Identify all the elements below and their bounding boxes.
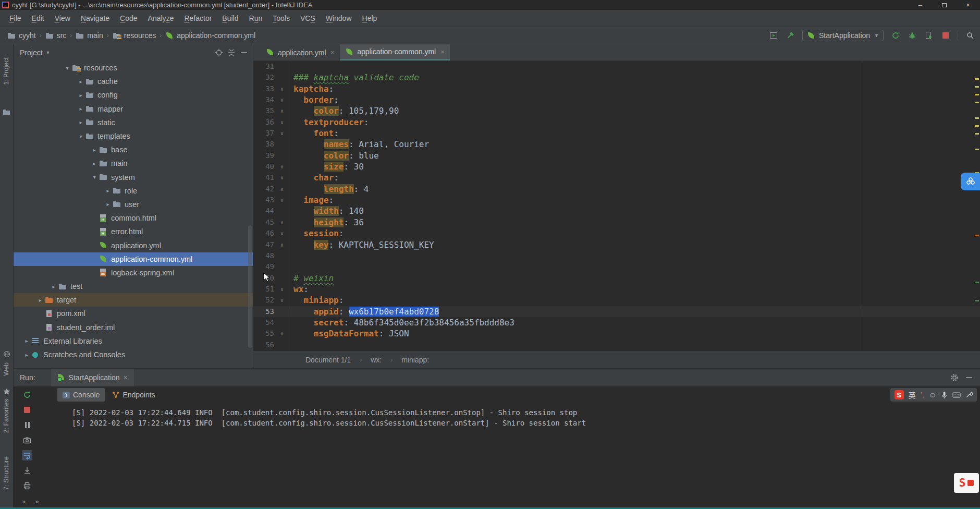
restore-button[interactable] [932, 0, 956, 10]
tree-item-system[interactable]: ▾system [14, 171, 253, 184]
fold-marker[interactable]: ∨ [276, 195, 288, 205]
tab-console[interactable]: ❯Console [57, 388, 105, 402]
toolwindow-run-icon[interactable] [769, 31, 778, 40]
menu-item-edit[interactable]: Edit [27, 12, 50, 25]
tree-toggle-icon[interactable]: ▸ [103, 201, 113, 207]
ime-keyboard-icon[interactable] [952, 392, 961, 398]
ime-language-toggle[interactable]: 英 [909, 390, 916, 400]
breadcrumb-item-application-common-yml[interactable]: application-common.yml [165, 31, 255, 40]
tree-item-common-html[interactable]: common.html [14, 211, 253, 225]
close-tab-icon[interactable]: × [331, 49, 335, 56]
tree-item-test[interactable]: ▸test [14, 280, 253, 293]
menu-item-analyze[interactable]: Analyze [143, 12, 179, 25]
stripe-project-label[interactable]: 1: Project [3, 57, 10, 85]
menu-item-build[interactable]: Build [217, 12, 243, 25]
tree-item-static[interactable]: ▸static [14, 116, 253, 129]
fold-marker[interactable]: ∧ [276, 105, 288, 116]
tree-item-student-order-iml[interactable]: student_order.iml [14, 321, 253, 334]
fold-marker[interactable]: ∨ [276, 94, 288, 105]
error-stripe[interactable] [974, 61, 980, 350]
build-hammer-icon[interactable] [786, 31, 795, 40]
tree-item-config[interactable]: ▸config [14, 88, 253, 102]
project-panel-title[interactable]: Project [20, 49, 43, 57]
menu-item-vcs[interactable]: VCS [295, 12, 321, 25]
tree-item-mapper[interactable]: ▸mapper [14, 102, 253, 116]
scroll-to-end-button[interactable] [22, 465, 32, 476]
fold-marker[interactable]: ∧ [276, 239, 288, 250]
tree-toggle-icon[interactable]: ▸ [22, 338, 31, 344]
menu-item-window[interactable]: Window [321, 12, 357, 25]
settings-gear-icon[interactable] [950, 373, 959, 382]
breadcrumb-item-main[interactable]: main [76, 31, 103, 40]
breadcrumb-item-cyyht[interactable]: cyyht [7, 31, 36, 40]
tree-toggle-icon[interactable]: ▸ [76, 79, 85, 84]
menu-item-file[interactable]: File [4, 12, 27, 25]
tree-item-error-html[interactable]: error.html [14, 225, 253, 238]
fold-marker[interactable]: ∧ [276, 184, 288, 195]
hide-panel-icon[interactable] [964, 373, 974, 382]
more-items-chevron-icon[interactable]: » [22, 498, 26, 505]
menu-item-run[interactable]: Run [244, 12, 268, 25]
menu-item-code[interactable]: Code [115, 12, 142, 25]
tree-item-pom-xml[interactable]: pom.xml [14, 307, 253, 320]
code-editor[interactable]: 3132### kaptcha validate code33∨kaptcha:… [253, 61, 980, 350]
tab-endpoints[interactable]: Endpoints [107, 388, 160, 402]
fold-marker[interactable]: ∨ [276, 284, 288, 295]
stop-button[interactable] [941, 31, 950, 40]
stripe-web-label[interactable]: Web [3, 362, 10, 375]
project-scrollbar[interactable] [248, 225, 252, 348]
thread-dump-camera-icon[interactable] [22, 435, 32, 445]
tree-toggle-icon[interactable]: ▸ [90, 161, 99, 166]
tree-item-templates[interactable]: ▾templates [14, 129, 253, 143]
tree-item-base[interactable]: ▸base [14, 143, 253, 156]
tree-item-logback-spring-xml[interactable]: logback-spring.xml [14, 266, 253, 280]
console-output[interactable]: S [S] 2022-02-03 17:22:44.649 INFO [com.… [53, 403, 980, 507]
close-button[interactable]: × [956, 0, 980, 10]
tree-item-user[interactable]: ▸user [14, 198, 253, 211]
tree-toggle-icon[interactable]: ▸ [76, 92, 85, 98]
locate-file-icon[interactable] [214, 48, 224, 57]
fold-marker[interactable]: ∧ [276, 217, 288, 228]
menu-item-view[interactable]: View [50, 12, 76, 25]
run-config-tab[interactable]: StartApplication × [51, 369, 134, 386]
tree-item-application-yml[interactable]: application.yml [14, 238, 253, 252]
minimize-button[interactable]: – [908, 0, 932, 10]
rerun-button[interactable] [22, 390, 32, 400]
chevron-down-icon[interactable]: ▼ [46, 50, 51, 55]
tree-toggle-icon[interactable]: ▸ [76, 106, 85, 112]
editor-tab-application-yml[interactable]: application.yml× [261, 44, 340, 60]
tree-item-target[interactable]: ▸target [14, 293, 253, 307]
sogou-floating-panel[interactable]: S [954, 473, 979, 493]
document-breadcrumb-item[interactable]: wx: [365, 356, 387, 364]
menu-item-navigate[interactable]: Navigate [76, 12, 115, 25]
tree-item-resources[interactable]: ▾resources [14, 61, 253, 75]
fold-marker[interactable]: ∨ [276, 128, 288, 139]
project-toolwindow-icon[interactable] [3, 108, 11, 116]
print-button[interactable] [22, 480, 32, 491]
tree-toggle-icon[interactable]: ▸ [49, 284, 58, 289]
favorites-star-icon[interactable] [3, 387, 11, 396]
tree-toggle-icon[interactable]: ▾ [90, 174, 99, 180]
breadcrumb-item-resources[interactable]: resources [113, 31, 156, 40]
tree-toggle-icon[interactable]: ▸ [22, 352, 31, 358]
stop-button[interactable] [22, 405, 32, 415]
fold-marker[interactable]: ∧ [276, 161, 288, 172]
tree-toggle-icon[interactable]: ▸ [35, 297, 45, 303]
tree-toggle-icon[interactable]: ▾ [76, 134, 85, 139]
web-toolwindow-icon[interactable] [3, 350, 11, 358]
menu-item-refactor[interactable]: Refactor [179, 12, 217, 25]
fold-marker[interactable]: ∨ [276, 117, 288, 128]
more-items-chevron-icon[interactable]: » [35, 498, 39, 505]
ime-punctuation-toggle[interactable]: ’, [921, 391, 924, 399]
hide-panel-icon[interactable] [239, 48, 249, 57]
close-tab-icon[interactable]: × [440, 48, 445, 56]
stripe-favorites-label[interactable]: 2: Favorites [3, 399, 10, 433]
document-breadcrumb-item[interactable]: Document 1/1 [300, 356, 356, 364]
fold-marker[interactable]: ∨ [276, 295, 288, 306]
tree-toggle-icon[interactable]: ▸ [90, 147, 99, 153]
run-configuration-select[interactable]: StartApplication ▼ [802, 30, 884, 41]
menu-item-tools[interactable]: Tools [267, 12, 295, 25]
tree-toggle-icon[interactable]: ▾ [63, 65, 72, 71]
editor-tab-application-common-yml[interactable]: application-common.yml× [340, 44, 450, 60]
sogou-logo-icon[interactable]: S [895, 390, 904, 399]
